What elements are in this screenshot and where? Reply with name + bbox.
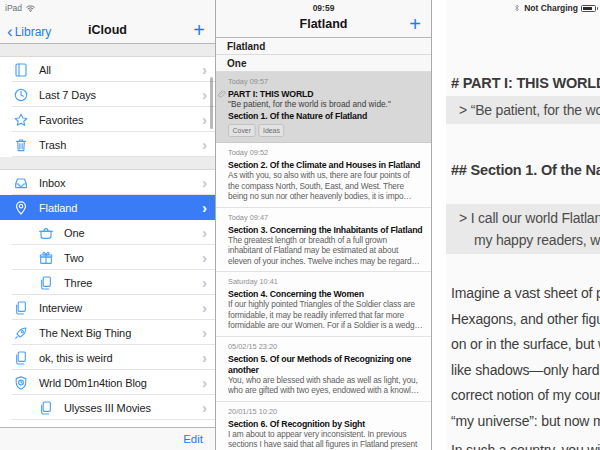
sheet-date: Saturday 10:41: [228, 277, 423, 287]
sidebar-item-label: Wrld D0m1n4tion Blog: [39, 377, 202, 389]
sidebar-scrollbar[interactable]: [210, 77, 213, 129]
chevron-right-icon: ›: [202, 350, 207, 365]
sidebar-item-label: Interview: [39, 302, 202, 314]
chevron-right-icon: ›: [202, 137, 207, 152]
sidebar-item-trash[interactable]: Trash›: [0, 132, 215, 157]
ulysses-app-window: iPad ‹ Library iCloud + All›Last 7 Days›…: [0, 0, 600, 450]
sidebar-item-all[interactable]: All›: [0, 57, 215, 82]
editor-content: # PART I: THIS WORLD> “Be patient, for t…: [446, 0, 600, 450]
sidebar-item-inbox[interactable]: Inbox›: [0, 170, 215, 195]
sidebar-item-label: Three: [64, 277, 202, 289]
sidebar-item-interview[interactable]: Interview›: [0, 295, 215, 320]
sheet-date: Today 09:52: [228, 148, 423, 158]
sheet-preview-line: If our highly pointed Triangles of the S…: [228, 299, 423, 310]
sidebar-item-ok-this-is-weird[interactable]: ok, this is weird›: [0, 345, 215, 370]
sheet-list-navbar: 09:59 Flatland +: [216, 0, 431, 38]
sheet-preview-line: formidable, it may be readily inferred t…: [228, 310, 423, 321]
sidebar-item-two[interactable]: Two›: [0, 245, 215, 270]
sheet-title-line: PART I: THIS WORLD: [228, 88, 423, 99]
sidebar-list: All›Last 7 Days›Favorites›Trash›Inbox›Fl…: [0, 57, 215, 427]
sheet-body: Today 09:57PART I: THIS WORLD"Be patient…: [228, 77, 423, 137]
sheet-preview-line: I am about to appear very inconsistent. …: [228, 429, 423, 440]
device-label: iPad: [5, 3, 22, 13]
sheet-item[interactable]: Today 09:47Section 3. Concerning the Inh…: [216, 208, 431, 273]
sheet-item[interactable]: 20/01/15 10:20Section 6. Of Recognition …: [216, 402, 431, 450]
sidebar-item-last-7-days[interactable]: Last 7 Days›: [0, 82, 215, 107]
sidebar-item-label: Favorites: [39, 114, 202, 126]
sidebar-item-wrld-d0m1n4tion-blog[interactable]: Wrld D0m1n4tion Blog›: [0, 370, 215, 395]
chevron-right-icon: ›: [202, 300, 207, 315]
group-row-one[interactable]: One: [216, 55, 431, 72]
editor-surface[interactable]: # PART I: THIS WORLD> “Be patient, for t…: [446, 0, 600, 450]
paperclip-icon: [217, 89, 227, 99]
sheet-date: Today 09:47: [228, 213, 423, 223]
sheet-item[interactable]: 05/02/15 23:20Section 5. Of our Methods …: [216, 337, 431, 402]
sidebar-item-label: Inbox: [39, 177, 202, 189]
sheet-list: Today 09:57PART I: THIS WORLD"Be patient…: [216, 72, 431, 450]
editor-blockquote-line: > “Be patient, for the world is broad an…: [459, 99, 600, 121]
sheet-title-line: Section 1. Of the Nature of Flatland: [228, 110, 423, 121]
sidebar-title: iCloud: [40, 23, 175, 37]
sheet-quote-line: "Be patient, for the world is broad and …: [228, 99, 423, 110]
pages-icon: [38, 275, 54, 291]
tag-badge: Ideas: [258, 124, 284, 137]
sheet-preview-line: the compass North, South, East, and West…: [228, 181, 423, 192]
pages-icon: [38, 400, 54, 416]
sidebar-item-label: Flatland: [39, 202, 202, 214]
sheet-item[interactable]: Today 09:57PART I: THIS WORLD"Be patient…: [216, 72, 431, 143]
sheet-preview-line: As with you, so also with us, there are …: [228, 170, 423, 181]
chevron-right-icon: ›: [202, 400, 207, 415]
sheet-list-pane: 09:59 Flatland + FlatlandOne Today 09:57…: [216, 0, 432, 450]
sidebar-item-label: Trash: [39, 139, 202, 151]
sheet-title-line: Section 5. Of our Methods of Recognizing…: [228, 353, 423, 364]
section-separator: [0, 157, 215, 170]
sheet-preview-line: The greatest length or breadth of a full…: [228, 235, 423, 246]
editor-blockquote-line: my happy readers, who are privileged to …: [459, 229, 600, 251]
edit-button[interactable]: Edit: [183, 433, 203, 445]
sidebar-item-label: Ulysses III Movies: [64, 402, 202, 414]
editor-blockquote: > I call our world Flatland, not because…: [446, 204, 600, 254]
library-sidebar-pane: iPad ‹ Library iCloud + All›Last 7 Days›…: [0, 0, 216, 450]
sheet-item[interactable]: Saturday 10:41Section 4. Concerning the …: [216, 272, 431, 337]
chevron-right-icon: ›: [202, 112, 207, 127]
charging-status-label: Not Charging: [524, 3, 578, 13]
star-icon: [13, 112, 29, 128]
sidebar-item-label: The Next Big Thing: [39, 327, 202, 339]
pin-icon: [13, 200, 29, 216]
bluetooth-icon: [513, 3, 521, 13]
chevron-right-icon: ›: [202, 275, 207, 290]
sheet-title-line: Section 6. Of Recognition by Sight: [228, 418, 423, 429]
sidebar-item-label: One: [64, 227, 202, 239]
add-group-button[interactable]: +: [193, 17, 205, 43]
sheet-preview-line: being no sun nor other heavenly bodies, …: [228, 191, 423, 202]
sidebar-item-the-next-big-thing[interactable]: The Next Big Thing›: [0, 320, 215, 345]
add-sheet-button[interactable]: +: [409, 11, 421, 37]
sidebar-item-ulysses-iii-movies[interactable]: Ulysses III Movies›: [0, 395, 215, 420]
editor-heading: ## Section 1. Of the Nature of Flatland: [446, 162, 600, 178]
sidebar-item-favorites[interactable]: Favorites›: [0, 107, 215, 132]
trash-icon: [13, 137, 29, 153]
editor-heading: # PART I: THIS WORLD: [446, 75, 600, 91]
editor-paragraph: In such a country, you will perceive at …: [446, 438, 600, 450]
sheet-item[interactable]: Today 09:52Section 2. Of the Climate and…: [216, 143, 431, 208]
editor-paragraph-line: In such a country, you will perceive at …: [451, 438, 600, 450]
sheet-preview-line: eleven of your inches. Twelve inches may…: [228, 256, 423, 267]
sidebar-item-flatland[interactable]: Flatland›: [0, 195, 215, 220]
group-row-flatland[interactable]: Flatland: [216, 38, 431, 55]
sheet-date: 05/02/15 23:20: [228, 342, 423, 352]
statusbar-left: iPad: [5, 3, 36, 13]
shield-icon: [13, 375, 29, 391]
sheet-body: Saturday 10:41Section 4. Concerning the …: [228, 277, 423, 331]
sidebar-item-three[interactable]: Three›: [0, 270, 215, 295]
editor-paragraph-line: “my universe”: but now my mind has been …: [451, 409, 600, 435]
editor-pane: # PART I: THIS WORLD> “Be patient, for t…: [432, 0, 600, 450]
pages-icon: [13, 300, 29, 316]
editor-blockquote-line: > I call our world Flatland, not because…: [459, 207, 600, 229]
chevron-left-icon: ‹: [7, 25, 13, 39]
sidebar-item-one[interactable]: One›: [0, 220, 215, 245]
editor-paragraph-line: Imagine a vast sheet of paper on which s…: [451, 281, 600, 307]
battery-icon: [581, 5, 596, 12]
statusbar-time: 09:59: [216, 3, 431, 13]
editor-paragraph-line: Hexagons, and other figures, instead of …: [451, 307, 600, 333]
sheet-body: 20/01/15 10:20Section 6. Of Recognition …: [228, 407, 423, 450]
